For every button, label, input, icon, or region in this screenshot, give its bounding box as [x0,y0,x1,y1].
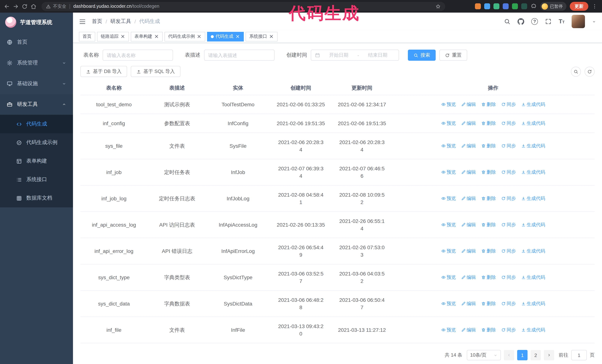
generate-link[interactable]: 生成代码 [521,120,545,127]
tab-tracer[interactable]: 链路追踪 [97,32,129,41]
sync-link[interactable]: 同步 [501,326,516,334]
breadcrumb-item[interactable]: 研发工具 [110,18,131,25]
extensions-puzzle-icon[interactable] [530,3,537,10]
delete-link[interactable]: 删除 [481,101,496,108]
chrome-update-button[interactable]: 更新 [570,2,588,11]
generate-link[interactable]: 生成代码 [521,326,545,334]
sidebar-subitem-codegen-example[interactable]: 代码生成示例 [0,133,73,152]
close-icon[interactable] [154,34,159,39]
back-icon[interactable] [4,3,10,10]
edit-link[interactable]: 编辑 [461,101,476,108]
table-name-input[interactable] [103,50,173,61]
forward-icon[interactable] [13,3,19,10]
delete-link[interactable]: 删除 [481,195,496,202]
import-db-button[interactable]: 基于 DB 导入 [80,66,127,77]
edit-link[interactable]: 编辑 [461,326,476,334]
goto-page-input[interactable] [571,350,587,360]
kebab-menu-icon[interactable] [592,3,598,9]
sidebar-item-infra[interactable]: 基础设施 [0,73,73,94]
preview-link[interactable]: 预览 [441,195,456,202]
sidebar-subitem-codegen[interactable]: 代码生成 [0,115,73,133]
sidebar-item-home[interactable]: 首页 [0,32,73,52]
reload-icon[interactable] [22,3,28,10]
close-icon[interactable] [120,34,125,39]
edit-link[interactable]: 编辑 [461,195,476,202]
people-extension-icon[interactable] [503,3,508,9]
date-start-placeholder[interactable]: 开始日期 [322,52,356,59]
sidebar-item-dev-tools[interactable]: 研发工具 [0,94,73,115]
refresh-table-button[interactable] [585,66,595,76]
security-label[interactable]: 不安全 [53,3,66,10]
preview-link[interactable]: 预览 [441,101,456,108]
edit-link[interactable]: 编辑 [461,247,476,255]
next-page-button[interactable] [544,350,554,360]
import-sql-button[interactable]: 基于 SQL 导入 [131,66,181,77]
preview-link[interactable]: 预览 [441,221,456,229]
page-button-1[interactable]: 1 [517,350,527,360]
preview-link[interactable]: 预览 [441,168,456,176]
delete-link[interactable]: 删除 [481,142,496,150]
home-icon[interactable] [30,3,37,10]
caret-down-icon[interactable] [592,20,596,23]
edit-link[interactable]: 编辑 [461,120,476,127]
edit-link[interactable]: 编辑 [461,221,476,229]
generate-link[interactable]: 生成代码 [521,101,545,108]
table-desc-input[interactable] [204,50,275,61]
search-icon[interactable] [504,18,510,25]
date-end-placeholder[interactable]: 结束日期 [360,52,395,59]
preview-link[interactable]: 预览 [441,326,456,334]
generate-link[interactable]: 生成代码 [521,142,545,150]
close-icon[interactable] [197,34,202,39]
delete-link[interactable]: 删除 [481,274,496,281]
generate-link[interactable]: 生成代码 [521,195,545,202]
edit-link[interactable]: 编辑 [461,168,476,176]
font-size-icon[interactable]: TT [559,18,565,25]
delete-link[interactable]: 删除 [481,120,496,127]
tab-home[interactable]: 首页 [79,32,95,41]
sidebar-subitem-db-doc[interactable]: 数据库文档 [0,189,73,207]
tab-codegen-example[interactable]: 代码生成示例 [164,32,205,41]
sync-link[interactable]: 同步 [501,221,516,229]
edit-link[interactable]: 编辑 [461,142,476,150]
sync-link[interactable]: 同步 [501,247,516,255]
close-icon[interactable] [269,34,274,39]
tab-form-builder[interactable]: 表单构建 [131,32,163,41]
breadcrumb-item[interactable]: 首页 [92,18,102,25]
fullscreen-icon[interactable] [545,18,552,25]
delete-link[interactable]: 删除 [481,168,496,176]
toggle-search-button[interactable] [571,66,581,76]
generate-link[interactable]: 生成代码 [521,274,545,281]
bookmark-star-icon[interactable] [435,3,441,9]
tab-codegen[interactable]: 代码生成 [207,32,244,41]
sidebar-item-system[interactable]: 系统管理 [0,52,73,73]
sidebar-subitem-form-builder[interactable]: 表单构建 [0,152,73,170]
search-button[interactable]: 搜索 [408,50,436,61]
prev-page-button[interactable] [504,350,514,360]
user-avatar[interactable] [572,15,585,28]
generate-link[interactable]: 生成代码 [521,300,545,307]
hamburger-icon[interactable] [79,18,86,25]
help-icon[interactable]: ? [531,18,538,25]
sync-link[interactable]: 同步 [501,142,516,150]
leaf-extension-icon[interactable] [521,3,527,9]
edit-link[interactable]: 编辑 [461,274,476,281]
sync-link[interactable]: 同步 [501,168,516,176]
generate-link[interactable]: 生成代码 [521,221,545,229]
sidebar-subitem-api-doc[interactable]: 系统接口 [0,170,73,189]
close-icon[interactable] [235,34,240,39]
omnibox[interactable]: 不安全 dashboard.yudao.iocoder.cn/tool/code… [42,2,445,11]
sync-link[interactable]: 同步 [501,120,516,127]
url-text[interactable]: dashboard.yudao.iocoder.cn/tool/codegen [73,4,159,9]
delete-link[interactable]: 删除 [481,300,496,307]
preview-link[interactable]: 预览 [441,142,456,150]
sync-link[interactable]: 同步 [501,274,516,281]
delete-link[interactable]: 删除 [481,221,496,229]
generate-link[interactable]: 生成代码 [521,168,545,176]
tab-api-doc[interactable]: 系统接口 [246,32,278,41]
green-extension-icon[interactable] [512,3,518,9]
preview-link[interactable]: 预览 [441,247,456,255]
sync-link[interactable]: 同步 [501,195,516,202]
delete-link[interactable]: 删除 [481,326,496,334]
sync-link[interactable]: 同步 [501,300,516,307]
preview-link[interactable]: 预览 [441,274,456,281]
